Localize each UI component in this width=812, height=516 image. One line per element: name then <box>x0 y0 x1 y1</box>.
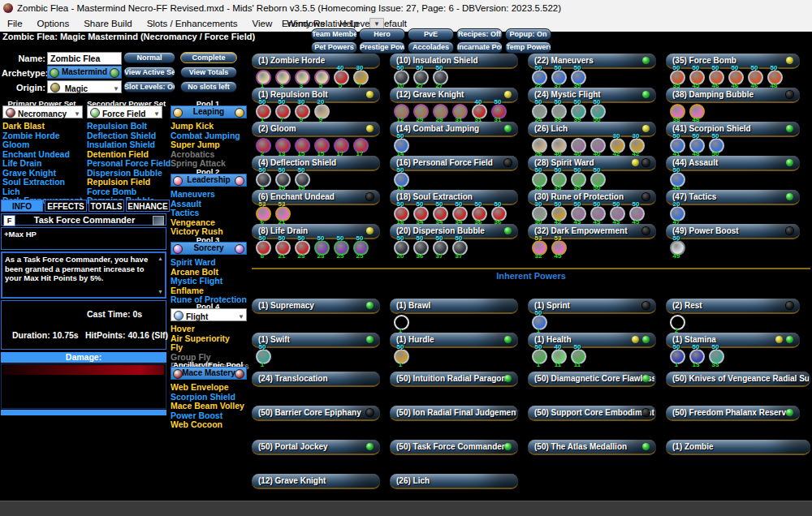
enhancement-slot[interactable]: 3 <box>293 65 313 88</box>
led-indicator[interactable] <box>786 91 793 98</box>
led-indicator[interactable] <box>366 443 374 450</box>
led-indicator[interactable] <box>786 57 793 64</box>
power-list-item[interactable]: Jump Kick <box>171 122 245 131</box>
enhancement-slot[interactable]: 3 <box>274 65 293 88</box>
enhancement-slot[interactable]: 1 <box>392 310 412 333</box>
enhancement-slot[interactable]: 405 <box>332 65 352 88</box>
enhancement-slot[interactable]: 15 <box>293 133 313 156</box>
enhancement-slot[interactable]: 1 <box>254 65 274 88</box>
power-bar[interactable]: (50) Knives of Vengeance Radial Superi <box>666 372 810 385</box>
enhancement-slot[interactable]: 5037 <box>550 65 569 88</box>
enhancement-slot[interactable]: 40 <box>589 133 608 156</box>
enhancement-slot[interactable]: 5 <box>313 65 332 88</box>
menu-item-view[interactable]: View <box>245 16 280 32</box>
power-list-item[interactable]: Repulsion Bolt <box>87 122 161 131</box>
button-hero[interactable]: Hero <box>359 28 405 41</box>
enhancement-slot[interactable]: 5050 <box>589 167 608 190</box>
button-slot-levels-on[interactable]: Slot Levels: On <box>123 81 175 92</box>
power-bar[interactable]: (1) Zombie <box>666 440 810 454</box>
power-bar[interactable]: (50) Intuition Radial Paragon <box>390 372 518 385</box>
button-pet-powers[interactable]: Pet Powers <box>311 41 357 54</box>
enhancement-slot[interactable]: 2 <box>254 133 274 156</box>
enhancement-slot[interactable]: 29 <box>431 99 451 122</box>
power-list-item[interactable]: Mystic Flight <box>171 277 245 286</box>
button-accolades[interactable]: Accolades <box>408 41 454 54</box>
power-bar[interactable]: (50) Support Core Embodiment <box>528 406 656 419</box>
enhancement-slot[interactable]: 5037 <box>451 235 470 258</box>
enhancement-slot[interactable]: 508 <box>254 235 274 258</box>
enhancement-slot[interactable]: 5031 <box>490 99 509 122</box>
enhancement-slot[interactable]: 501 <box>530 344 550 367</box>
enhancement-slot[interactable]: 5046 <box>707 65 727 88</box>
enhancement-slot[interactable]: 5011 <box>569 344 589 367</box>
led-indicator[interactable] <box>504 336 512 343</box>
enhancement-slot[interactable]: 5048 <box>688 133 707 156</box>
enhancement-slot[interactable]: 31 <box>451 99 470 122</box>
secondary-power-set-select[interactable]: Force Field▼ <box>87 105 162 118</box>
led-indicator[interactable] <box>786 159 793 166</box>
led-indicator[interactable] <box>642 409 650 416</box>
led-indicator[interactable] <box>642 443 650 450</box>
scroll-down-icon[interactable]: ▼ <box>158 289 163 295</box>
button-temp-powers[interactable]: Temp Powers <box>505 41 551 54</box>
character-name-input[interactable] <box>47 52 122 65</box>
enhancement-slot[interactable]: 5019 <box>274 167 293 190</box>
enhancement-slot[interactable]: 5028 <box>530 167 550 190</box>
enhancement-slot[interactable]: 29 <box>412 99 431 122</box>
enhancement-slot[interactable]: 2047 <box>668 201 688 224</box>
led-indicator[interactable] <box>504 227 512 234</box>
enhancement-slot[interactable]: 5036 <box>412 235 431 258</box>
enhancement-slot[interactable]: 12 <box>392 99 412 122</box>
enhancement-slot[interactable]: 501 <box>392 344 412 367</box>
enhancement-slot[interactable]: 5044 <box>668 167 688 190</box>
power-list-item[interactable]: Web Envelope <box>171 383 245 393</box>
enhancement-slot[interactable]: 26 <box>530 133 550 156</box>
scroll-up-icon[interactable]: ▲ <box>158 256 163 261</box>
enhancement-slot[interactable]: 40 <box>550 133 569 156</box>
led-indicator[interactable] <box>642 302 650 309</box>
power-list-item[interactable]: Super Jump <box>171 140 245 150</box>
power-list-item[interactable]: Web Cocoon <box>171 420 245 430</box>
power-bar[interactable]: (50) Portal Jockey <box>252 440 380 454</box>
enhancement-slot[interactable]: 5036 <box>470 201 490 224</box>
led-indicator[interactable] <box>642 91 650 98</box>
tab-enhance[interactable]: ENHANCE <box>126 200 170 212</box>
power-list-item[interactable]: Spirit Ward <box>171 258 245 268</box>
led-indicator[interactable] <box>786 336 793 343</box>
enhancement-slot[interactable]: 5021 <box>274 235 293 258</box>
led-indicator[interactable] <box>632 159 639 166</box>
enhancement-slot[interactable]: 5027 <box>412 65 431 88</box>
archetype-select[interactable]: Mastermind <box>47 66 122 79</box>
enhancement-slot[interactable]: 5034 <box>431 201 451 224</box>
enhancement-slot[interactable]: 40 <box>569 133 589 156</box>
led-indicator[interactable] <box>642 159 650 166</box>
power-list-item[interactable]: Insulation Shield <box>87 140 161 150</box>
led-indicator[interactable] <box>504 125 512 132</box>
enhancement-slot[interactable]: 17 <box>352 133 371 156</box>
enhancement-slot[interactable]: 38 <box>668 99 688 122</box>
menu-item-share-build[interactable]: Share Build <box>76 16 139 32</box>
enhancement-slot[interactable]: 3042 <box>628 133 647 156</box>
pool-1-select[interactable]: Leaping <box>171 105 247 118</box>
led-indicator[interactable] <box>504 443 512 450</box>
led-indicator[interactable] <box>786 125 793 132</box>
button-popup-on[interactable]: Popup: On <box>505 28 551 41</box>
led-indicator[interactable] <box>786 409 793 416</box>
power-bar[interactable]: (50) Barrier Core Epiphany <box>252 406 380 419</box>
enhancement-slot[interactable]: 501 <box>254 99 274 122</box>
led-indicator[interactable] <box>786 193 793 200</box>
enhancement-slot[interactable]: 3042 <box>608 133 628 156</box>
enhancement-slot[interactable]: 5045 <box>628 201 647 224</box>
title-bar[interactable]: Zombic Flea - Mastermind Necro-FF Revise… <box>0 0 812 16</box>
enhancement-slot[interactable]: 5345 <box>550 235 569 258</box>
f-button[interactable]: F <box>3 215 15 226</box>
power-list-item[interactable]: Life Drain <box>2 159 81 169</box>
button-no-slots-left[interactable]: No slots left <box>180 81 237 92</box>
enhancement-slot[interactable]: 5033 <box>569 167 589 190</box>
button-recipes-off[interactable]: Recipes: Off <box>456 28 503 41</box>
power-list-item[interactable]: Tactics <box>171 209 245 218</box>
power-list-item[interactable]: Repulsion Field <box>87 178 161 187</box>
power-list-item[interactable]: Hover <box>171 325 245 334</box>
enhancement-slot[interactable]: 5023 <box>313 235 332 258</box>
menu-item-file[interactable]: File <box>0 16 30 32</box>
